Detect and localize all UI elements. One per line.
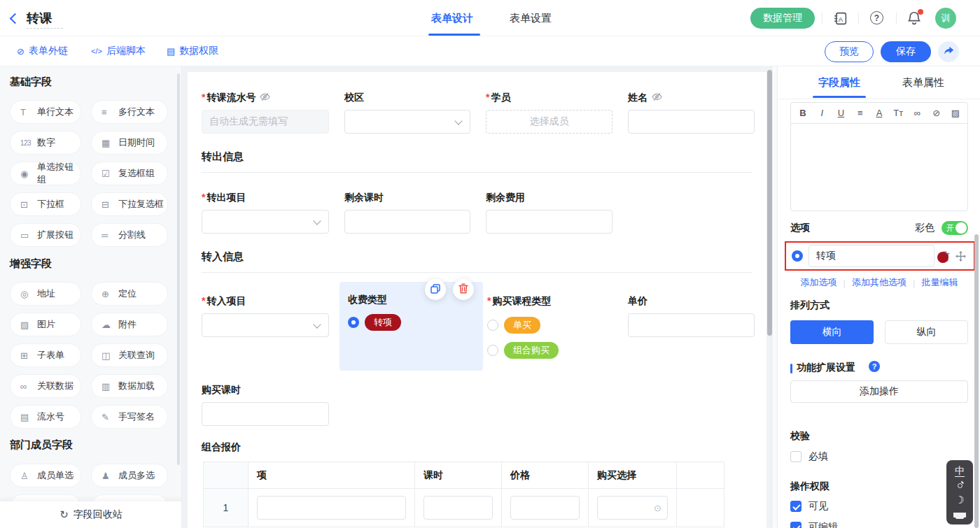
option-color-dot[interactable] <box>937 252 948 263</box>
delete-field-button[interactable] <box>453 279 474 300</box>
arrange-horizontal-button[interactable]: 横向 <box>790 320 874 344</box>
form-external-link[interactable]: ⊘ 表单外链 <box>17 45 68 57</box>
add-option-link[interactable]: 添加选项 <box>801 276 837 289</box>
preview-button[interactable]: 预览 <box>825 41 874 62</box>
italic-icon[interactable]: I <box>817 108 827 118</box>
field-student[interactable]: 学员 选择成员 <box>486 91 612 134</box>
add-other-option-link[interactable]: 添加其他选项 <box>852 276 906 289</box>
field-out-project[interactable]: 转出项目 <box>202 191 329 234</box>
field-type-checkbox-group[interactable]: ☑复选框组 <box>91 162 168 185</box>
field-type-relation-data[interactable]: ∞关联数据 <box>10 374 81 398</box>
rich-text-body[interactable] <box>791 124 967 211</box>
copy-field-button[interactable] <box>425 279 446 300</box>
table-input-item[interactable] <box>257 496 406 520</box>
canvas-scrollbar[interactable] <box>767 70 772 336</box>
underline-icon[interactable]: U <box>836 108 846 118</box>
extension-help-icon[interactable]: ? <box>869 361 880 372</box>
pin-icon[interactable] <box>958 483 962 488</box>
backend-script-link[interactable]: </> 后端脚本 <box>91 45 146 57</box>
color-toggle[interactable]: 开 <box>941 221 968 235</box>
title-edit-underline[interactable] <box>27 28 63 29</box>
back-icon[interactable] <box>11 15 19 22</box>
insert-image-icon[interactable]: ▨ <box>951 108 960 118</box>
field-type-signature[interactable]: ✎手写签名 <box>91 405 168 429</box>
number-icon: 123 <box>20 139 37 147</box>
editable-checkbox[interactable] <box>790 522 802 528</box>
field-type-multi-text[interactable]: ≡多行文本 <box>91 100 168 124</box>
arrange-vertical-button[interactable]: 纵向 <box>885 320 968 344</box>
data-manage-button[interactable]: 数据管理 <box>750 8 815 29</box>
field-type-location[interactable]: ⊕定位 <box>91 282 168 306</box>
field-type-single-text[interactable]: T单行文本 <box>10 100 81 124</box>
field-type-datetime[interactable]: ▦日期时间 <box>91 131 168 155</box>
field-type-divider[interactable]: ═分割线 <box>91 223 168 247</box>
field-fee-type-selected[interactable]: 收费类型 转项 <box>340 282 483 371</box>
option-move-icon[interactable] <box>955 251 966 262</box>
person-icon: ♙ <box>20 471 37 481</box>
field-in-project[interactable]: 转入项目 <box>202 294 329 337</box>
field-type-relation-query[interactable]: ◫关联查询 <box>91 343 168 367</box>
field-type-subform[interactable]: ⊞子表单 <box>10 343 81 367</box>
table-select-buy-choice[interactable]: ⊙ <box>597 496 668 520</box>
radio-checked-icon[interactable] <box>348 317 359 328</box>
radio-unchecked-icon[interactable] <box>487 345 498 356</box>
font-color-icon[interactable]: A <box>874 108 884 118</box>
sidebar-scrollbar[interactable] <box>177 73 180 465</box>
field-remaining-hours[interactable]: 剩余课时 <box>344 191 470 234</box>
field-type-attachment[interactable]: ☁附件 <box>91 313 168 336</box>
radio-unchecked-icon[interactable] <box>487 320 498 331</box>
field-type-dropdown[interactable]: ⊡下拉框 <box>10 192 81 216</box>
field-buy-hours[interactable]: 购买课时 <box>202 383 329 426</box>
save-button[interactable]: 保存 <box>881 41 931 62</box>
tab-form-settings[interactable]: 表单设置 <box>510 12 552 25</box>
dark-mode-icon[interactable]: ☽ <box>955 494 964 506</box>
batch-edit-link[interactable]: 批量编辑 <box>921 276 958 289</box>
field-type-radio-group[interactable]: ◉单选按钮组 <box>10 162 81 185</box>
option-radio-checked[interactable] <box>792 250 803 262</box>
field-serial-number[interactable]: 转课流水号 自动生成无需填写 <box>202 91 329 134</box>
field-type-member-single[interactable]: ♙成员单选 <box>10 464 81 487</box>
table-input-hours[interactable] <box>424 496 493 520</box>
tab-form-properties[interactable]: 表单属性 <box>897 76 950 90</box>
field-name[interactable]: 姓名 <box>628 91 755 134</box>
option-badge-fee-type[interactable]: 转项 <box>365 314 401 331</box>
unlink-icon[interactable]: ⊘ <box>932 108 941 118</box>
add-action-button[interactable]: 添加操作 <box>790 380 968 403</box>
share-button[interactable] <box>938 41 959 62</box>
field-unit-price[interactable]: 单价 <box>628 294 755 337</box>
field-campus[interactable]: 校区 <box>344 91 470 134</box>
table-input-price[interactable] <box>510 496 580 520</box>
browser-extension-widget[interactable]: 中 ☽ <box>946 460 973 525</box>
field-remaining-fee[interactable]: 剩余费用 <box>486 191 612 234</box>
required-checkbox[interactable] <box>790 451 802 462</box>
field-type-extend-button[interactable]: ▭扩展按钮 <box>10 223 81 247</box>
tab-field-properties[interactable]: 字段属性 <box>813 76 866 90</box>
help-icon[interactable]: ? <box>870 11 883 24</box>
field-recycle-bin[interactable]: ↻ 字段回收站 <box>0 501 182 528</box>
directory-icon[interactable]: A <box>833 11 848 28</box>
checkbox-icon: ☑ <box>102 169 118 179</box>
field-type-serial-number[interactable]: ▤流水号 <box>10 405 81 429</box>
field-type-address[interactable]: ◎地址 <box>10 282 81 306</box>
field-type-data-load[interactable]: ▥数据加载 <box>91 374 168 398</box>
avatar[interactable]: 训 <box>935 8 956 29</box>
align-icon[interactable]: ≡ <box>855 108 865 118</box>
field-type-image[interactable]: ▨图片 <box>10 313 81 336</box>
data-permission-link[interactable]: ▤ 数据权限 <box>167 45 218 57</box>
combo-quote-table: 项 课时 价格 购买选择 1 ⊙ <box>203 462 724 527</box>
tab-form-design[interactable]: 表单设计 <box>431 12 473 25</box>
font-size-icon[interactable]: Tт <box>893 108 903 118</box>
bold-icon[interactable]: B <box>798 108 808 118</box>
field-buy-course-type[interactable]: 购买课程类型 单买 组合购买 <box>487 294 620 359</box>
option-badge-single-buy[interactable]: 单买 <box>504 317 540 334</box>
option-value-input[interactable] <box>808 245 934 267</box>
field-type-multi-dropdown[interactable]: ⊟下拉复选框 <box>91 192 168 216</box>
field-type-member-multi[interactable]: ♟成员多选 <box>91 464 168 487</box>
theme-shirt-icon[interactable] <box>955 513 964 519</box>
page-scrollbar[interactable] <box>974 234 979 528</box>
visible-checkbox[interactable] <box>790 501 802 512</box>
field-type-number[interactable]: 123数字 <box>10 131 81 155</box>
option-badge-combo-buy[interactable]: 组合购买 <box>504 342 559 359</box>
translate-icon[interactable]: 中 <box>955 466 965 477</box>
link-icon[interactable]: ∞ <box>913 108 923 118</box>
